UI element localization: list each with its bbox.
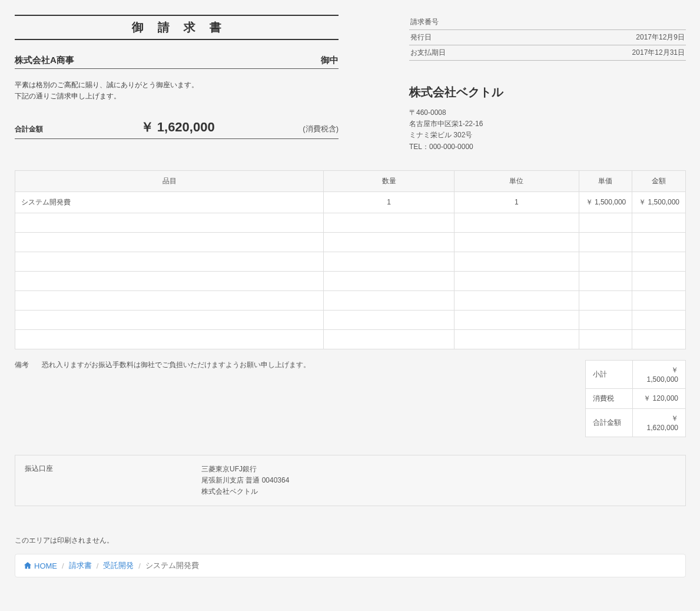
grandtotal-label: 合計金額 (586, 408, 633, 437)
grand-total-row: 合計金額 ￥ 1,620,000 (消費税含) (15, 118, 339, 139)
bank-branch: 尾張新川支店 普通 0040364 (201, 475, 289, 486)
table-row (15, 252, 686, 271)
table-row: システム開発費11￥ 1,500,000￥ 1,500,000 (15, 191, 686, 213)
company-name: 株式会社ベクトル (409, 84, 686, 100)
table-row (15, 329, 686, 349)
home-icon (24, 562, 32, 570)
greeting-line: 平素は格別のご高配に賜り、誠にありがとう御座います。 (15, 80, 339, 91)
totals-row: 合計金額 ￥ 1,620,000 (586, 408, 686, 437)
company-address: ミナミ栄ビル 302号 (409, 130, 686, 141)
cell-qty: 1 (324, 191, 454, 213)
subtotal-label: 小計 (586, 360, 633, 388)
company-address: 名古屋市中区栄1-22-16 (409, 118, 686, 130)
breadcrumb-separator: / (62, 562, 64, 570)
table-row (15, 232, 686, 252)
total-amount: ￥ 1,620,000 (56, 118, 299, 136)
issuer-company: 株式会社ベクトル 〒460-0008 名古屋市中区栄1-22-16 ミナミ栄ビル… (409, 84, 686, 153)
client-row: 株式会社A商事 御中 (15, 55, 339, 69)
invoice-document: 御請求書 株式会社A商事 御中 平素は格別のご高配に賜り、誠にありがとう御座いま… (15, 15, 686, 601)
remarks-label: 備考 (15, 360, 42, 437)
bank-holder: 株式会社ベクトル (201, 486, 289, 497)
bank-label: 振込口座 (25, 464, 201, 498)
noprint-note: このエリアは印刷されません。 (15, 536, 686, 546)
tax-label: 消費税 (586, 388, 633, 408)
greeting-text: 平素は格別のご高配に賜り、誠にありがとう御座います。 下記の通りご請求申し上げま… (15, 80, 339, 102)
breadcrumb-home[interactable]: HOME (24, 562, 57, 570)
meta-row: 請求番号 (409, 15, 686, 30)
col-header-amount: 金額 (632, 170, 686, 191)
cell-amount: ￥ 1,500,000 (632, 191, 686, 213)
client-honorific: 御中 (321, 55, 339, 66)
totals-row: 小計 ￥ 1,500,000 (586, 360, 686, 388)
table-row (15, 271, 686, 290)
meta-label: 発行日 (409, 30, 522, 45)
meta-table: 請求番号 発行日 2017年12月9日 お支払期日 2017年12月31日 (409, 15, 686, 61)
breadcrumb-link[interactable]: 受託開発 (103, 560, 134, 571)
tax-included-note: (消費税含) (303, 124, 339, 134)
meta-value: 2017年12月31日 (522, 45, 686, 61)
table-row (15, 290, 686, 310)
col-header-unit: 単位 (454, 170, 579, 191)
total-label: 合計金額 (15, 124, 56, 134)
breadcrumb: HOME / 請求書 / 受託開発 / システム開発費 (15, 554, 686, 577)
remarks-text: 恐れ入りますがお振込手数料は御社でご負担いただけますようお願い申し上げます。 (42, 360, 310, 437)
col-header-price: 単価 (579, 170, 632, 191)
breadcrumb-separator: / (138, 562, 141, 570)
greeting-line: 下記の通りご請求申し上げます。 (15, 91, 339, 102)
meta-value (522, 15, 686, 30)
meta-label: 請求番号 (409, 15, 522, 30)
company-tel: TEL：000-000-0000 (409, 141, 686, 153)
table-row (15, 213, 686, 232)
bank-name: 三菱東京UFJ銀行 (201, 464, 289, 475)
meta-value: 2017年12月9日 (522, 30, 686, 45)
grandtotal-value: ￥ 1,620,000 (633, 408, 686, 437)
remarks-row: 備考 恐れ入りますがお振込手数料は御社でご負担いただけますようお願い申し上げます… (15, 360, 310, 437)
table-row (15, 310, 686, 329)
tax-value: ￥ 120,000 (633, 388, 686, 408)
breadcrumb-link[interactable]: 請求書 (69, 560, 92, 571)
bank-account-box: 振込口座 三菱東京UFJ銀行 尾張新川支店 普通 0040364 株式会社ベクト… (15, 455, 686, 507)
meta-row: 発行日 2017年12月9日 (409, 30, 686, 45)
col-header-qty: 数量 (324, 170, 454, 191)
cell-unit: 1 (454, 191, 579, 213)
meta-label: お支払期日 (409, 45, 522, 61)
col-header-item: 品目 (15, 170, 324, 191)
subtotal-value: ￥ 1,500,000 (633, 360, 686, 388)
document-title: 御請求書 (15, 15, 339, 40)
noprint-area: このエリアは印刷されません。 HOME / 請求書 / 受託開発 / システム開… (15, 536, 686, 601)
client-name: 株式会社A商事 (15, 55, 74, 66)
cell-price: ￥ 1,500,000 (579, 191, 632, 213)
company-postal: 〒460-0008 (409, 107, 686, 118)
meta-row: お支払期日 2017年12月31日 (409, 45, 686, 61)
totals-table: 小計 ￥ 1,500,000 消費税 ￥ 120,000 合計金額 ￥ 1,62… (585, 360, 686, 437)
breadcrumb-current: システム開発費 (145, 560, 199, 571)
cell-item: システム開発費 (15, 191, 324, 213)
totals-row: 消費税 ￥ 120,000 (586, 388, 686, 408)
breadcrumb-separator: / (97, 562, 99, 570)
line-items-table: 品目 数量 単位 単価 金額 システム開発費11￥ 1,500,000￥ 1,5… (15, 170, 686, 349)
